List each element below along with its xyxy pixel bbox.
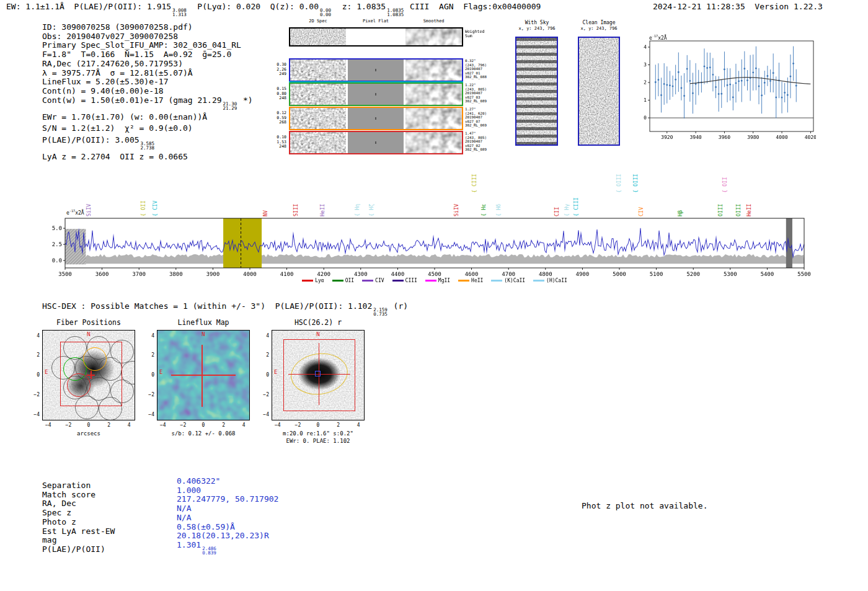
legend-swatch: [533, 280, 544, 282]
hsc-r-image: NE: [272, 330, 365, 420]
match-table-row: Photo zN/A: [42, 517, 309, 527]
noise-rect: [290, 84, 346, 105]
legend-label: (K)CaII: [504, 278, 525, 283]
text-run: *): [238, 96, 252, 105]
legend-item: CIV: [362, 278, 384, 283]
legend-label: (H)CaII: [546, 278, 567, 283]
spec2d-2d-segment: [290, 29, 346, 45]
meta-line: 20190407: [465, 140, 487, 144]
meta-line: 302_RL_089: [465, 148, 487, 152]
match-label: mag: [42, 535, 56, 544]
legend-swatch: [458, 280, 469, 282]
text-run: 1.000: [177, 486, 201, 495]
spec2d-row: [289, 107, 463, 130]
crosshair-v: [91, 371, 92, 379]
header-timestamp: 2024-12-21 11:28:35 Version 1.22.3: [653, 2, 823, 11]
cutout-xtick-label: 2: [104, 422, 115, 428]
info-line: Cont(n) = 9.40(±0.00)e-18: [42, 87, 253, 96]
spec2d-2d-segment: [290, 60, 346, 81]
cutout-xtick-label: 4: [123, 422, 135, 428]
cutout-xtick-label: 2: [218, 422, 229, 428]
meta-line: 0.32": [465, 59, 487, 63]
north-label: N: [272, 331, 364, 337]
meta-line: 302_RL_069: [465, 123, 487, 128]
cutout-xlabel: arcsecs: [42, 430, 135, 437]
text-run: Primary Spec_Slot_IFU_AMP: 302_036_041_R…: [42, 40, 241, 50]
spec2d-row-meta: 1.22"(243, 805)20190407v027_03302_RL_089: [465, 83, 487, 104]
flat-center-mark: [375, 69, 376, 71]
noise-texture: [405, 132, 462, 153]
zoom-plot-units: e-17x2Å: [649, 34, 667, 41]
text-run: (r): [389, 301, 408, 311]
info-line: RA,Dec (217.247620,50.717953): [42, 60, 253, 69]
spec2d-flat-segment: [348, 29, 404, 45]
cutout-title: Fiber Positions: [42, 318, 135, 327]
text-run: LineFlux = 5.20(±5.30)e-17: [42, 77, 169, 86]
spec2d-column-title: 2D Spec: [290, 19, 346, 24]
cutout-xtick-label: 2: [333, 422, 344, 428]
legend-item: HeII: [458, 278, 483, 283]
legend-label: CIII: [405, 278, 417, 283]
spec2d-2d-segment: [290, 108, 346, 129]
with-sky-panel: With Sky x, y: 243, 796: [506, 20, 568, 150]
line-fit-zoom-plot: [639, 32, 816, 143]
spec2d-row-stats: 0.150.80248: [269, 87, 286, 101]
noise-rect: [579, 38, 619, 144]
spec2d-flat-segment: [348, 60, 404, 81]
clean-image-coords: x, y: 243, 796: [568, 26, 630, 31]
noise-rect: [290, 60, 346, 81]
info-line: LineFlux = 5.20(±5.30)e-17: [42, 78, 253, 87]
flat-center-mark: [375, 117, 376, 120]
flat-center-mark: [375, 93, 376, 96]
spec2d-row: [289, 58, 463, 82]
stacked-uncertainty: 0.000.00: [320, 8, 331, 17]
detection-info-block: ID: 3090070258 (3090070258.pdf)Obs: 2019…: [42, 23, 253, 162]
cutout-xtick-label: −4: [43, 422, 54, 428]
match-label: Separation: [42, 481, 91, 490]
meta-line: v027_02: [465, 144, 487, 148]
spectrum-line-label: { OIII: [616, 174, 622, 193]
lower-value: 21.29: [223, 106, 237, 110]
text-run: 20.18(20.13,20.23)R: [177, 531, 269, 540]
noise-texture: [290, 84, 346, 105]
text-run: S/N = 1.2(±1.2) χ² = 0.9(±0.0): [42, 123, 193, 133]
meta-line: 20190407: [465, 115, 487, 120]
match-label: Est LyA rest-EW: [42, 527, 115, 536]
cutout-xtick-label: 0: [198, 422, 209, 428]
text-run: F=1.8" T=0.166 N̄=1.15 A=0.92 ḡ=25.0: [42, 50, 231, 59]
meta-line: v027_03: [465, 96, 487, 100]
legend-item: MgII: [425, 278, 450, 283]
spec2d-row: [289, 131, 463, 154]
text-run: N/A: [177, 513, 191, 522]
noise-rect: [405, 108, 462, 129]
clean-image: [578, 37, 620, 146]
cutout-ytick-label: 0: [257, 372, 269, 378]
info-line: EWr = 1.70(±1.70) (w: 0.00(±nan))Å: [42, 113, 253, 122]
meta-line: 302_RL_088: [465, 75, 487, 79]
text-run: CIII AGN Flags:0x00400009: [405, 2, 541, 11]
legend-swatch: [302, 280, 313, 282]
center-marker: [315, 371, 321, 376]
stacked-uncertainty: 3.0081.313: [172, 8, 187, 17]
cutout-xtick-label: −4: [157, 422, 169, 428]
noise-rect: [405, 60, 462, 81]
cutout-ytick-label: 0: [142, 372, 154, 378]
legend-item: CIII: [392, 278, 417, 283]
weighted-sum-label: WeightedSum: [465, 30, 484, 38]
cutout-xtick-label: 0: [312, 422, 324, 428]
cutout-ytick-label: 4: [27, 333, 40, 339]
meta-line: 20190407: [465, 67, 487, 71]
meta-line: (243, 805): [465, 87, 487, 92]
spectrum-legend: LyαOIICIVCIIIMgIIHeII(K)CaII(H)CaII: [65, 278, 804, 283]
noise-rect: [405, 84, 462, 105]
lower-value: 2.738: [141, 146, 155, 150]
meta-line: v027_01: [465, 71, 487, 76]
spec2d-flat-segment: [348, 108, 404, 129]
legend-item: Lyα: [302, 278, 324, 283]
text-run: LyA z = 2.2704 OII z = 0.0665: [42, 152, 188, 161]
legend-swatch: [392, 280, 404, 282]
spec2d-row-stats: 0.302.26249: [269, 63, 286, 77]
cutout-ytick-label: 2: [142, 352, 154, 358]
legend-swatch: [332, 280, 343, 282]
meta-line: 20190407: [465, 91, 487, 96]
